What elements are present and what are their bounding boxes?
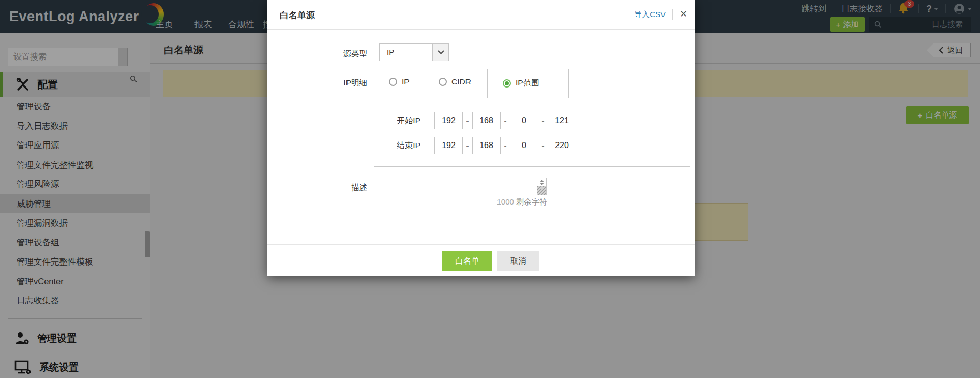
radio-selected-icon — [503, 79, 511, 88]
radio-circle-icon — [439, 78, 447, 86]
start-ip-octet-1[interactable] — [434, 112, 463, 129]
description-label: 描述 — [298, 182, 367, 193]
ip-range-panel: 开始IP - - - 结束IP - - - — [374, 98, 690, 167]
radio-ip[interactable]: IP — [389, 77, 410, 86]
octet-separator: - — [501, 117, 510, 125]
radio-ip-range-label: IP范围 — [516, 78, 539, 89]
chars-remaining-text: 剩余字符 — [516, 197, 547, 206]
radio-cidr[interactable]: CIDR — [439, 77, 471, 86]
dialog-title: 白名单源 — [280, 9, 315, 21]
description-textarea[interactable] — [374, 178, 537, 195]
whitelist-source-dialog: 白名单源 导入CSV ✕ 源类型 IP IP明细 IP CIDR IP范围 开始… — [267, 0, 695, 276]
source-type-value: IP — [387, 48, 394, 56]
description-field — [374, 178, 547, 195]
chars-remaining-count: 1000 — [496, 197, 514, 206]
source-type-select[interactable]: IP — [379, 43, 449, 61]
radio-cidr-label: CIDR — [451, 77, 471, 86]
triangle-up-icon — [540, 180, 544, 182]
ip-detail-label: IP明细 — [298, 78, 367, 89]
octet-separator: - — [501, 141, 510, 150]
dialog-header: 白名单源 导入CSV ✕ — [267, 0, 695, 30]
chevron-down-icon — [438, 50, 444, 54]
cancel-button[interactable]: 取消 — [497, 251, 539, 271]
spinner-arrows-icon[interactable] — [537, 178, 546, 186]
radio-ip-label: IP — [402, 77, 410, 86]
start-ip-octet-3[interactable] — [510, 112, 538, 129]
dropdown-button[interactable] — [432, 44, 448, 61]
end-ip-row: 结束IP - - - — [374, 137, 576, 154]
resize-handle-icon[interactable] — [537, 186, 546, 195]
source-type-label: 源类型 — [298, 49, 367, 60]
octet-separator: - — [463, 117, 472, 125]
triangle-down-icon — [540, 183, 544, 185]
end-ip-octet-4[interactable] — [548, 137, 576, 154]
octet-separator: - — [463, 141, 472, 150]
radio-ip-range-tab[interactable]: IP范围 — [487, 69, 569, 98]
octet-separator: - — [538, 141, 548, 150]
close-icon[interactable]: ✕ — [680, 8, 687, 20]
end-ip-octet-3[interactable] — [510, 137, 538, 154]
end-ip-octet-1[interactable] — [434, 137, 463, 154]
start-ip-row: 开始IP - - - — [374, 112, 576, 129]
divider — [672, 9, 673, 20]
chars-remaining: 1000 剩余字符 — [374, 197, 547, 207]
end-ip-octet-2[interactable] — [472, 137, 501, 154]
radio-circle-icon — [389, 78, 397, 86]
dialog-footer: 白名单 取消 — [267, 244, 695, 276]
octet-separator: - — [538, 117, 548, 125]
start-ip-octet-4[interactable] — [548, 112, 576, 129]
whitelist-submit-button[interactable]: 白名单 — [442, 251, 492, 271]
start-ip-label: 开始IP — [374, 115, 420, 126]
radio-ip-range[interactable]: IP范围 — [503, 78, 539, 89]
start-ip-octet-2[interactable] — [472, 112, 501, 129]
import-csv-link[interactable]: 导入CSV — [634, 10, 666, 20]
end-ip-label: 结束IP — [374, 140, 420, 151]
